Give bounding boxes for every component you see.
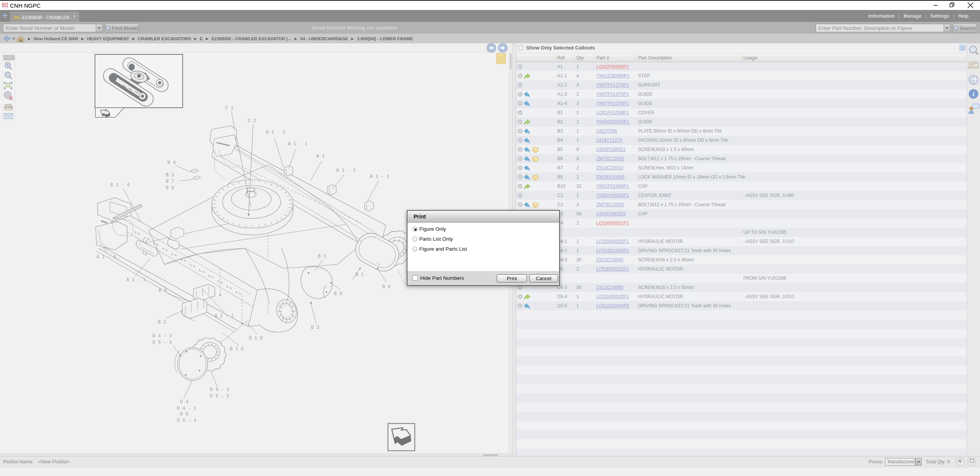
svg-text:C 1: C 1 xyxy=(225,106,234,111)
svg-text:B 1: B 1 xyxy=(355,272,364,277)
svg-text:B 1 0: B 1 0 xyxy=(230,346,244,352)
svg-text:B 1: B 1 xyxy=(318,254,326,259)
svg-text:B 6: B 6 xyxy=(334,291,342,297)
svg-text:B 4: B 4 xyxy=(167,160,176,166)
svg-text:B 7: B 7 xyxy=(166,179,174,184)
svg-text:C 2: C 2 xyxy=(248,118,256,124)
svg-text:D 4 - 3: D 4 - 3 xyxy=(152,333,172,339)
svg-text:A 1 - 4: A 1 - 4 xyxy=(110,182,129,188)
svg-text:B 6: B 6 xyxy=(382,284,391,290)
svg-text:B 5: B 5 xyxy=(159,288,167,294)
svg-text:D 5: D 5 xyxy=(180,412,188,417)
svg-text:A 1: A 1 xyxy=(316,154,325,159)
svg-text:D 4 - 1: D 4 - 1 xyxy=(177,406,196,411)
svg-text:A 1 - 1: A 1 - 1 xyxy=(370,174,389,179)
svg-text:D 3: D 3 xyxy=(311,325,319,330)
svg-text:A 1 - 1: A 1 - 1 xyxy=(126,277,146,283)
svg-text:A 1 - 1: A 1 - 1 xyxy=(288,141,307,147)
svg-text:D 4: D 4 xyxy=(180,399,188,405)
svg-text:A 1 - 1: A 1 - 1 xyxy=(214,314,234,319)
svg-text:i: i xyxy=(973,90,975,98)
svg-text:D 5 - 5: D 5 - 5 xyxy=(210,394,229,399)
svg-text:B 3: B 3 xyxy=(166,172,174,178)
svg-text:D 5 - 4: D 5 - 4 xyxy=(177,418,196,423)
svg-text:D 5 - 3: D 5 - 3 xyxy=(152,340,172,345)
svg-text:A 1 - 2: A 1 - 2 xyxy=(266,130,285,135)
svg-text:B 8: B 8 xyxy=(166,185,174,191)
svg-text:D 4 - 2: D 4 - 2 xyxy=(210,387,229,392)
svg-text:B 2: B 2 xyxy=(158,320,166,325)
svg-text:A 1 - 3: A 1 - 3 xyxy=(97,254,116,260)
svg-text:A 1 - 2: A 1 - 2 xyxy=(336,168,355,173)
svg-text:B 1 0: B 1 0 xyxy=(249,336,263,341)
